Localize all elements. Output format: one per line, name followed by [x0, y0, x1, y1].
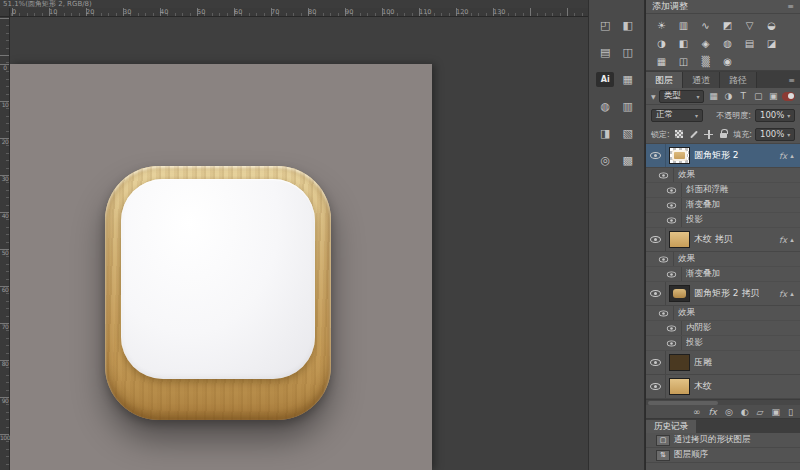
collapsed-panel-icon[interactable]: ◎: [596, 153, 614, 168]
layer-thumbnail[interactable]: [669, 354, 690, 371]
visibility-toggle[interactable]: [662, 336, 682, 350]
collapsed-panel-icon[interactable]: ◨: [596, 126, 614, 141]
invert-icon[interactable]: ◪: [763, 36, 780, 50]
effect-name[interactable]: 渐变叠加: [686, 268, 720, 280]
effect-name[interactable]: 渐变叠加: [686, 199, 720, 211]
effect-name[interactable]: 斜面和浮雕: [686, 184, 729, 196]
layer-thumbnail[interactable]: [669, 147, 690, 164]
layer-row-emboss[interactable]: 压雕: [646, 351, 800, 375]
visibility-toggle[interactable]: [662, 321, 682, 335]
tab-paths[interactable]: 路径: [720, 72, 757, 88]
layer-row-wood[interactable]: 木纹: [646, 375, 800, 399]
document-canvas[interactable]: [10, 64, 432, 470]
filter-shape-layers-icon[interactable]: ▢: [752, 91, 764, 101]
layer-row-wood-copy[interactable]: 木纹 拷贝 fx: [646, 228, 800, 252]
layer-row-rounded-rectangle-2[interactable]: 圆角矩形 2 fx: [646, 144, 800, 168]
collapsed-panel-icon[interactable]: ◫: [619, 45, 637, 60]
lock-all-icon[interactable]: [718, 128, 730, 140]
filter-kind-dropdown[interactable]: 类型: [659, 90, 705, 103]
blend-mode-dropdown[interactable]: 正常: [651, 109, 703, 122]
curves-icon[interactable]: ∿: [697, 18, 714, 32]
layer-name[interactable]: 圆角矩形 2 拷贝: [694, 287, 759, 300]
hue-saturation-icon[interactable]: ◒: [763, 18, 780, 32]
effect-row-gradient-overlay[interactable]: 渐变叠加: [646, 198, 800, 213]
fx-collapse-arrow-icon[interactable]: [787, 152, 797, 160]
collapsed-panel-icon[interactable]: ◍: [596, 99, 614, 114]
fx-collapse-arrow-icon[interactable]: [787, 290, 797, 298]
ai-panel-icon[interactable]: Ai: [596, 72, 614, 87]
levels-icon[interactable]: ▥: [675, 18, 692, 32]
tab-layers[interactable]: 图层: [646, 72, 683, 88]
filter-smart-objects-icon[interactable]: ▣: [767, 91, 779, 101]
layer-name[interactable]: 圆角矩形 2: [694, 149, 739, 162]
layer-thumbnail[interactable]: [669, 378, 690, 395]
color-balance-icon[interactable]: ◑: [653, 36, 670, 50]
effect-name[interactable]: 内阴影: [686, 322, 712, 334]
visibility-toggle[interactable]: [662, 183, 682, 197]
filter-type-layers-icon[interactable]: T: [737, 91, 749, 101]
collapsed-panel-icon[interactable]: ◰: [596, 18, 614, 33]
photo-filter-icon[interactable]: ◈: [697, 36, 714, 50]
effect-row-bevel-emboss[interactable]: 斜面和浮雕: [646, 183, 800, 198]
fx-badge[interactable]: fx: [779, 235, 787, 245]
filter-adjustment-layers-icon[interactable]: ◑: [722, 91, 734, 101]
history-item[interactable]: ⇅ 图层顺序: [646, 448, 800, 463]
brightness-contrast-icon[interactable]: ☀: [653, 18, 670, 32]
lock-transparency-icon[interactable]: [673, 128, 685, 140]
delete-layer-icon[interactable]: ▯: [788, 405, 793, 419]
layer-name[interactable]: 木纹 拷贝: [694, 233, 733, 246]
fx-badge[interactable]: fx: [779, 289, 787, 299]
effect-name[interactable]: 投影: [686, 337, 703, 349]
vertical-ruler[interactable]: 0 10 20 30 40 50 60 70 80 90 100: [0, 17, 10, 470]
black-white-icon[interactable]: ◧: [675, 36, 692, 50]
fx-collapse-arrow-icon[interactable]: [787, 236, 797, 244]
layer-name[interactable]: 木纹: [694, 380, 712, 393]
visibility-toggle[interactable]: [662, 198, 682, 212]
selective-color-icon[interactable]: ◉: [719, 54, 736, 68]
effect-row-drop-shadow[interactable]: 投影: [646, 213, 800, 228]
filter-pixel-layers-icon[interactable]: ▦: [707, 91, 719, 101]
layer-thumbnail[interactable]: [669, 231, 690, 248]
filter-toggle-switch[interactable]: [782, 92, 795, 101]
layer-name[interactable]: 压雕: [694, 356, 712, 369]
exposure-icon[interactable]: ◩: [719, 18, 736, 32]
history-state-label[interactable]: 通过拷贝的形状图层: [674, 434, 751, 446]
history-state-label[interactable]: 图层顺序: [674, 449, 708, 461]
visibility-toggle[interactable]: [646, 144, 666, 167]
collapsed-panel-icon[interactable]: ▤: [596, 45, 614, 60]
color-lookup-icon[interactable]: ▤: [741, 36, 758, 50]
tab-channels[interactable]: 通道: [683, 72, 720, 88]
horizontal-ruler[interactable]: 0 10 20 30 40 50 60 70 80 90 100 110 120…: [10, 8, 588, 17]
effect-name[interactable]: 投影: [686, 214, 703, 226]
layer-row-rounded-rectangle-2-copy[interactable]: 圆角矩形 2 拷贝 fx: [646, 282, 800, 306]
collapsed-panel-icon[interactable]: ▦: [619, 72, 637, 87]
visibility-toggle[interactable]: [646, 282, 666, 305]
effects-row[interactable]: 效果: [646, 306, 800, 321]
new-group-icon[interactable]: ▱: [757, 405, 764, 419]
gradient-map-icon[interactable]: ▒: [697, 54, 714, 68]
visibility-toggle[interactable]: [662, 267, 682, 281]
new-adjustment-layer-icon[interactable]: ◐: [741, 405, 749, 419]
fill-dropdown[interactable]: 100%: [755, 128, 795, 141]
layer-styles-icon[interactable]: fx: [708, 405, 717, 419]
visibility-toggle[interactable]: [646, 375, 666, 398]
opacity-dropdown[interactable]: 100%: [755, 109, 795, 122]
visibility-toggle[interactable]: [654, 252, 674, 266]
effect-row-gradient-overlay[interactable]: 渐变叠加: [646, 267, 800, 282]
effects-row[interactable]: 效果: [646, 168, 800, 183]
panel-menu-icon[interactable]: [787, 2, 794, 11]
vibrance-icon[interactable]: ▽: [741, 18, 758, 32]
collapsed-panel-icon[interactable]: ▧: [619, 126, 637, 141]
lock-position-icon[interactable]: [703, 128, 715, 140]
lock-pixels-icon[interactable]: [688, 128, 700, 140]
collapsed-panel-icon[interactable]: ◧: [619, 18, 637, 33]
layers-horizontal-scrollbar[interactable]: [646, 399, 800, 405]
effect-row-drop-shadow[interactable]: 投影: [646, 336, 800, 351]
visibility-toggle[interactable]: [646, 228, 666, 251]
visibility-toggle[interactable]: [654, 168, 674, 182]
link-layers-icon[interactable]: ∞: [693, 405, 701, 419]
scrollbar-thumb[interactable]: [648, 401, 718, 405]
new-layer-icon[interactable]: ▣: [772, 405, 781, 419]
effects-row[interactable]: 效果: [646, 252, 800, 267]
posterize-icon[interactable]: ▦: [653, 54, 670, 68]
